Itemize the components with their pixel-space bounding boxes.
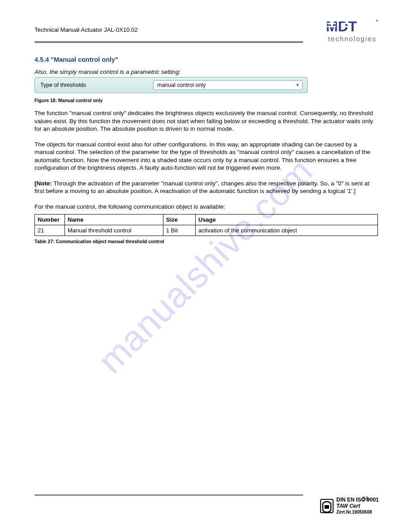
- body-paragraph: For the manual control, the following co…: [34, 203, 378, 211]
- footer-rule: [34, 494, 303, 496]
- cert-line2: TAW Cert: [336, 503, 379, 510]
- td-usage: activation of the communication object: [196, 225, 378, 236]
- brand-subtitle: technologies: [326, 35, 379, 43]
- td-name: Manual threshold control: [65, 225, 163, 236]
- th-size: Size: [163, 215, 196, 225]
- note-text: Through the activation of the parameter …: [34, 180, 369, 195]
- certification-badge: DIN EN ISO 9001 TAW Cert Zert.Nr.1905060…: [320, 497, 379, 515]
- table-caption: Table 27: Communication object manual th…: [34, 239, 378, 244]
- svg-rect-5: [342, 23, 351, 24]
- cert-line1: DIN EN ISO 9001: [336, 497, 379, 503]
- note-prefix: [Note:: [34, 180, 52, 187]
- intro-italic: Also, the simply manual control is a par…: [34, 69, 378, 75]
- th-usage: Usage: [196, 215, 378, 225]
- table-header-row: Number Name Size Usage: [35, 215, 378, 225]
- comm-object-table: Number Name Size Usage 21 Manual thresho…: [34, 214, 378, 236]
- parameter-label: Type of thresholds: [40, 82, 153, 88]
- svg-rect-7: [357, 23, 370, 24]
- table-row: 21 Manual threshold control 1 Bit activa…: [35, 225, 378, 236]
- th-number: Number: [35, 215, 65, 225]
- svg-rect-10: [325, 505, 329, 509]
- header-rule: [34, 41, 303, 43]
- svg-rect-6: [342, 26, 351, 27]
- body-paragraph: The objects for manual control exist als…: [34, 141, 378, 172]
- td-size: 1 Bit: [163, 225, 196, 236]
- threshold-type-select[interactable]: manual control only ▼: [153, 80, 303, 90]
- cert-line3: Zert.Nr.19050608: [336, 510, 379, 515]
- taw-cert-icon: [320, 499, 334, 513]
- svg-rect-4: [327, 26, 336, 27]
- main-content: 4.5.4 "Manual control only" Also, the si…: [34, 56, 378, 244]
- svg-text:R: R: [376, 20, 377, 22]
- td-number: 21: [35, 225, 65, 236]
- figure-caption: Figure 18: Manual control only: [34, 98, 378, 103]
- select-value-text: manual control only: [157, 82, 206, 88]
- body-paragraph: The function "manual control only" dedic…: [34, 109, 378, 133]
- section-heading: 4.5.4 "Manual control only": [34, 56, 378, 63]
- brand-logo: MDT R technologies: [326, 19, 379, 43]
- th-name: Name: [65, 215, 163, 225]
- doc-header-title: Technical Manual Actuator JAL-0X10.02: [34, 26, 138, 33]
- chevron-down-icon: ▼: [295, 83, 300, 87]
- parameter-row: Type of thresholds manual control only ▼: [34, 77, 308, 93]
- body-paragraph: [Note: Through the activation of the par…: [34, 180, 378, 195]
- paragraph-text: The selection of the parameter for the t…: [34, 149, 370, 171]
- svg-rect-8: [357, 26, 370, 27]
- svg-rect-3: [327, 23, 336, 24]
